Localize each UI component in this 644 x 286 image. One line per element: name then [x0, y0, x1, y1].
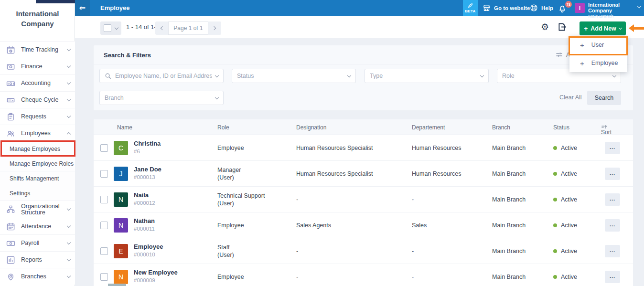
sidebar-subitem-shifts-management[interactable]: Shifts Management [0, 171, 75, 186]
plus-icon: + [580, 59, 584, 67]
type-filter[interactable] [365, 69, 489, 83]
results-range: 1 - 14 of 14 [126, 23, 158, 31]
chevron-down-icon [67, 240, 71, 244]
role-cell: Employee [217, 135, 244, 161]
account-menu[interactable]: International Company Main Branch [588, 2, 644, 19]
add-new-button[interactable]: + Add New [580, 21, 626, 35]
status-dot [553, 198, 557, 201]
accounting-icon [6, 79, 15, 88]
column-header-branch: Branch [492, 124, 510, 131]
collapse-icon: ⇐ [79, 3, 86, 12]
employee-name-block[interactable]: Employee #000010 [134, 243, 163, 258]
row-actions-button[interactable]: ... [605, 219, 620, 232]
row-actions-button[interactable]: ... [605, 168, 620, 180]
row-actions-button[interactable]: ... [605, 193, 620, 206]
sidebar-subitem-manage-employee-roles[interactable]: Manage Employee Roles [0, 156, 75, 171]
branch-filter[interactable] [99, 91, 224, 105]
payroll-icon [6, 239, 15, 248]
sidebar-item-organizational-structure[interactable]: Organizational Structure [0, 201, 75, 218]
select-all-checkbox[interactable] [104, 24, 111, 32]
help-link[interactable]: Help [530, 0, 553, 16]
settings-gear-button[interactable]: ⚙ [540, 22, 550, 32]
sidebar-item-reports[interactable]: Reports [0, 251, 75, 268]
designation-cell: Human Resources Specialist [296, 161, 373, 187]
notifications-button[interactable]: 78 [558, 2, 570, 15]
row-actions-button[interactable]: ... [605, 142, 620, 154]
plus-icon: + [584, 25, 588, 32]
prev-page-button[interactable] [155, 21, 168, 35]
next-page-button[interactable] [208, 21, 221, 35]
table-row: E Employee #000010 Staff(User) - - Main … [94, 238, 633, 264]
branches-icon [6, 272, 15, 281]
employee-search-input[interactable] [115, 73, 212, 79]
chevron-down-icon [67, 257, 71, 261]
employee-search-field[interactable] [99, 69, 224, 83]
dropdown-item-employee[interactable]: + Employee [569, 54, 627, 72]
attendance-icon [6, 222, 15, 231]
sidebar-item-time-tracking[interactable]: Time Tracking [0, 41, 75, 58]
row-actions-button[interactable]: ... [605, 245, 620, 257]
employee-name: Naila [134, 191, 155, 199]
role-filter-input[interactable] [502, 73, 609, 79]
sidebar-item-employees[interactable]: Employees [0, 125, 75, 141]
employee-name: Employee [134, 243, 163, 251]
row-checkbox[interactable] [100, 247, 108, 255]
row-checkbox[interactable] [100, 144, 108, 152]
branch-cell: Main Branch [492, 238, 526, 264]
designation-cell: - [296, 187, 298, 212]
status-filter[interactable] [232, 69, 356, 83]
employee-name-block[interactable]: Naila #000012 [134, 191, 155, 207]
row-checkbox[interactable] [100, 222, 108, 229]
logo-line1: International [0, 9, 75, 19]
clear-all-link[interactable]: Clear All [559, 94, 582, 101]
sidebar-subitem-settings[interactable]: Settings [0, 186, 75, 201]
export-button[interactable] [557, 22, 567, 32]
sidebar-item-branches[interactable]: Branches [0, 268, 75, 285]
sidebar-collapse-button[interactable]: ⇐ [75, 0, 90, 16]
employee-name-block[interactable]: Jane Doe #000013 [134, 166, 161, 181]
employee-name-block[interactable]: New Employee #000009 [134, 269, 178, 284]
avatar: N [114, 192, 128, 207]
type-filter-input[interactable] [370, 73, 477, 79]
employees-icon [6, 129, 15, 138]
sort-control[interactable]: Sort [601, 124, 608, 131]
sidebar-item-payroll[interactable]: Payroll [0, 234, 75, 251]
department-cell: Human Resources [412, 135, 462, 161]
row-actions-button[interactable]: ... [605, 271, 620, 283]
select-all-control[interactable] [100, 21, 121, 35]
sidebar-subitem-manage-employees[interactable]: Manage Employees [0, 141, 75, 156]
add-new-label: Add New [590, 25, 616, 32]
row-checkbox[interactable] [100, 170, 108, 178]
sidebar-item-finance[interactable]: Finance [0, 58, 75, 74]
search-filters-panel: Search & Filters Advanced Clear All [94, 45, 633, 110]
sidebar-subitem-label: Manage Employees [10, 146, 60, 152]
chevron-down-icon [480, 73, 484, 77]
row-checkbox[interactable] [100, 196, 108, 203]
sidebar-item-accounting[interactable]: Accounting [0, 74, 75, 91]
sidebar-item-requests[interactable]: Requests [0, 108, 75, 125]
sidebar-item-cheque-cycle[interactable]: Cheque Cycle [0, 91, 75, 108]
sidebar-item-label: Cheque Cycle [21, 97, 67, 103]
status-dot [553, 275, 557, 279]
employee-name-block[interactable]: Nathan #000011 [134, 217, 155, 233]
sidebar: International Company Time Tracking Fina… [0, 0, 75, 286]
go-to-website-link[interactable]: Go to website [483, 0, 530, 16]
designation-cell: Human Resources Specialist [296, 135, 373, 161]
account-avatar[interactable]: I [575, 3, 585, 13]
branch-filter-input[interactable] [105, 95, 212, 101]
sidebar-item-label: Organizational Structure [21, 203, 67, 216]
table-header: Name Role Designation Departement Branch… [94, 119, 633, 135]
status-filter-input[interactable] [237, 73, 344, 79]
search-button[interactable]: Search [587, 91, 621, 105]
sidebar-item-label: Reports [21, 257, 67, 263]
employee-name-block[interactable]: Christina #6 [134, 140, 161, 155]
sidebar-item-attendance[interactable]: Attendance [0, 218, 75, 234]
table-row: N Naila #000012 Technical Support(User) … [94, 187, 633, 212]
column-header-name: Name [117, 124, 132, 131]
department-cell: Human Resources [412, 161, 462, 187]
row-checkbox[interactable] [100, 273, 108, 281]
company-logo: International Company [0, 9, 75, 29]
dropdown-item-user[interactable]: + User [569, 36, 627, 54]
chevron-down-icon [347, 73, 351, 77]
designation-cell: - [296, 238, 298, 264]
